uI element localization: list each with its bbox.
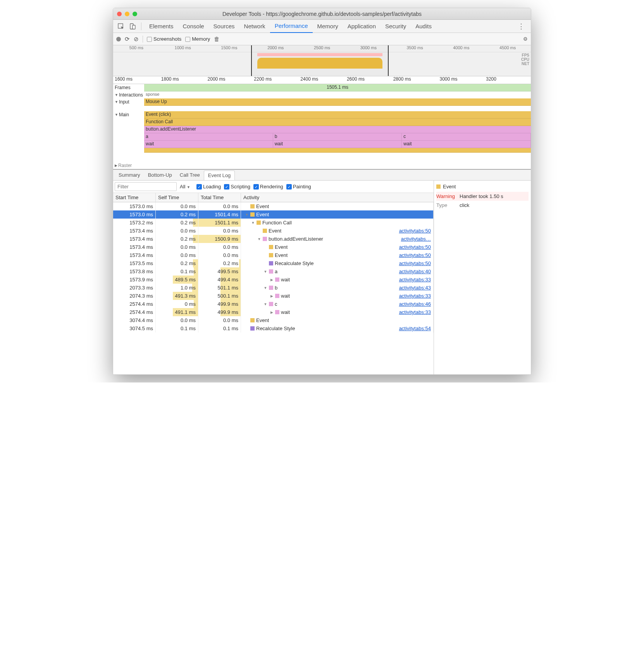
- memory-checkbox[interactable]: Memory: [185, 36, 210, 42]
- filter-input[interactable]: [115, 182, 177, 191]
- source-link[interactable]: activitytabs…: [401, 236, 431, 242]
- category-loading[interactable]: ✓Loading: [196, 184, 221, 190]
- bottom-tab-call-tree[interactable]: Call Tree: [176, 171, 204, 179]
- flame-bar[interactable]: a: [144, 133, 273, 141]
- flame-bar[interactable]: wait: [144, 141, 273, 148]
- flame-chart[interactable]: Frames 1505.1 ms ▼Interactions sponse ▼I…: [113, 84, 531, 170]
- disclosure-icon[interactable]: ▼: [245, 213, 249, 217]
- source-link[interactable]: activitytabs:33: [399, 277, 431, 283]
- source-link[interactable]: activitytabs:33: [399, 293, 431, 299]
- bottom-tab-event-log[interactable]: Event Log: [204, 171, 235, 180]
- category-rendering[interactable]: ✓Rendering: [253, 184, 283, 190]
- source-link[interactable]: activitytabs:33: [399, 309, 431, 315]
- screenshots-checkbox[interactable]: Screenshots: [147, 36, 181, 42]
- table-row[interactable]: 1573.9 ms489.5 ms499.4 ms▶waitactivityta…: [113, 276, 434, 284]
- bottom-tab-summary[interactable]: Summary: [115, 171, 144, 179]
- tab-memory[interactable]: Memory: [313, 20, 343, 33]
- col-activity[interactable]: Activity: [241, 193, 434, 202]
- type-value: click: [460, 202, 469, 208]
- kebab-menu-icon[interactable]: ⋮: [514, 22, 529, 31]
- flame-bar[interactable]: Function Call: [144, 119, 531, 126]
- track-frames[interactable]: Frames: [113, 84, 144, 91]
- inspect-icon[interactable]: [115, 21, 126, 32]
- table-row[interactable]: 1573.4 ms0.0 ms0.0 msEventactivitytabs:5…: [113, 227, 434, 235]
- filter-all-dropdown[interactable]: All ▼: [180, 184, 190, 190]
- disclosure-icon[interactable]: ▶: [270, 278, 274, 282]
- table-row[interactable]: 2574.4 ms491.1 ms499.9 ms▶waitactivityta…: [113, 308, 434, 316]
- table-row[interactable]: 1573.2 ms0.2 ms1501.1 ms▼Function Call: [113, 219, 434, 227]
- track-raster[interactable]: ▶Raster: [113, 162, 144, 169]
- table-row[interactable]: 1573.5 ms0.2 ms0.2 msRecalculate Styleac…: [113, 259, 434, 267]
- tab-application[interactable]: Application: [343, 20, 381, 33]
- source-link[interactable]: activitytabs:43: [399, 285, 431, 291]
- disclosure-icon[interactable]: ▶: [270, 294, 274, 298]
- track-main[interactable]: ▼Main: [113, 111, 144, 118]
- source-link[interactable]: activitytabs:50: [399, 228, 431, 234]
- flame-bar[interactable]: b: [273, 133, 402, 141]
- tab-network[interactable]: Network: [239, 20, 270, 33]
- disclosure-icon[interactable]: ▶: [270, 310, 274, 314]
- tab-security[interactable]: Security: [381, 20, 411, 33]
- col-start[interactable]: Start Time: [113, 193, 156, 202]
- activity-color-icon: [275, 277, 279, 282]
- track-interactions[interactable]: ▼Interactions: [113, 91, 144, 98]
- tab-elements[interactable]: Elements: [145, 20, 178, 33]
- overview-timeline[interactable]: 500 ms1000 ms1500 ms2000 ms2500 ms3000 m…: [113, 45, 531, 76]
- bottom-tabs: SummaryBottom-UpCall TreeEvent Log: [113, 170, 531, 181]
- tab-audits[interactable]: Audits: [411, 20, 436, 33]
- activity-color-icon: [275, 294, 279, 298]
- ruler[interactable]: 1600 ms1800 ms2000 ms2200 ms2400 ms2600 …: [113, 76, 531, 84]
- source-link[interactable]: activitytabs:50: [399, 260, 431, 266]
- flame-bar[interactable]: wait: [402, 141, 531, 148]
- gear-icon[interactable]: ⚙: [523, 36, 528, 42]
- table-row[interactable]: 1573.0 ms0.2 ms1501.4 ms▼Event: [113, 210, 434, 219]
- category-painting[interactable]: ✓Painting: [286, 184, 311, 190]
- table-row[interactable]: 3074.4 ms0.0 ms0.0 msEvent: [113, 316, 434, 324]
- col-total[interactable]: Total Time: [198, 193, 241, 202]
- tab-sources[interactable]: Sources: [209, 20, 239, 33]
- table-row[interactable]: 1573.4 ms0.2 ms1500.9 ms▼button.addEvent…: [113, 235, 434, 243]
- source-link[interactable]: activitytabs:46: [399, 301, 431, 307]
- table-row[interactable]: 1573.0 ms0.0 ms0.0 msEvent: [113, 202, 434, 210]
- warning-text: Handler took 1.50 s: [460, 193, 503, 199]
- table-row[interactable]: 2074.3 ms491.3 ms500.1 ms▶waitactivityta…: [113, 292, 434, 300]
- flame-bar[interactable]: Event (click): [144, 111, 531, 119]
- disclosure-icon[interactable]: ▼: [251, 221, 255, 225]
- titlebar: Developer Tools - https://googlechrome.g…: [113, 8, 531, 20]
- source-link[interactable]: activitytabs:54: [399, 326, 431, 331]
- source-link[interactable]: activitytabs:40: [399, 269, 431, 274]
- track-input[interactable]: ▼Input: [113, 98, 144, 105]
- disclosure-icon[interactable]: ▼: [263, 270, 267, 274]
- source-link[interactable]: activitytabs:50: [399, 244, 431, 250]
- record-button[interactable]: [116, 37, 121, 41]
- activity-color-icon: [257, 221, 261, 225]
- activity-color-icon: [250, 318, 255, 322]
- tab-console[interactable]: Console: [178, 20, 209, 33]
- disclosure-icon[interactable]: ▼: [257, 237, 261, 241]
- flame-bar[interactable]: [144, 148, 531, 153]
- flame-bar[interactable]: wait: [273, 141, 402, 148]
- event-detail-pane: Event WarningHandler took 1.50 s Typecli…: [434, 181, 531, 374]
- flame-bar[interactable]: button.addEventListener: [144, 126, 531, 133]
- table-row[interactable]: 2574.4 ms0 ms499.9 ms▼cactivitytabs:46: [113, 300, 434, 308]
- table-row[interactable]: 1573.8 ms0.1 ms499.5 ms▼aactivitytabs:40: [113, 267, 434, 276]
- source-link[interactable]: activitytabs:50: [399, 252, 431, 258]
- disclosure-icon[interactable]: ▼: [263, 286, 267, 290]
- clear-button[interactable]: ⊘: [134, 36, 139, 43]
- reload-button[interactable]: ⟳: [125, 36, 130, 43]
- activity-color-icon: [269, 302, 273, 306]
- bottom-tab-bottom-up[interactable]: Bottom-Up: [144, 171, 176, 179]
- category-scripting[interactable]: ✓Scripting: [224, 184, 250, 190]
- trash-icon[interactable]: 🗑: [214, 36, 220, 42]
- event-log-toolbar: All ▼ ✓Loading✓Scripting✓Rendering✓Paint…: [113, 181, 434, 193]
- table-row[interactable]: 2073.3 ms1.0 ms501.1 ms▼bactivitytabs:43: [113, 284, 434, 292]
- disclosure-icon[interactable]: ▼: [263, 302, 267, 306]
- flame-bar[interactable]: c: [402, 133, 531, 141]
- table-row[interactable]: 1573.4 ms0.0 ms0.0 msEventactivitytabs:5…: [113, 243, 434, 251]
- detail-event-name: Event: [443, 184, 456, 190]
- table-row[interactable]: 1573.4 ms0.0 ms0.0 msEventactivitytabs:5…: [113, 251, 434, 259]
- tab-performance[interactable]: Performance: [270, 20, 313, 33]
- col-self[interactable]: Self Time: [156, 193, 198, 202]
- table-row[interactable]: 3074.5 ms0.1 ms0.1 msRecalculate Styleac…: [113, 324, 434, 332]
- device-icon[interactable]: [127, 21, 138, 32]
